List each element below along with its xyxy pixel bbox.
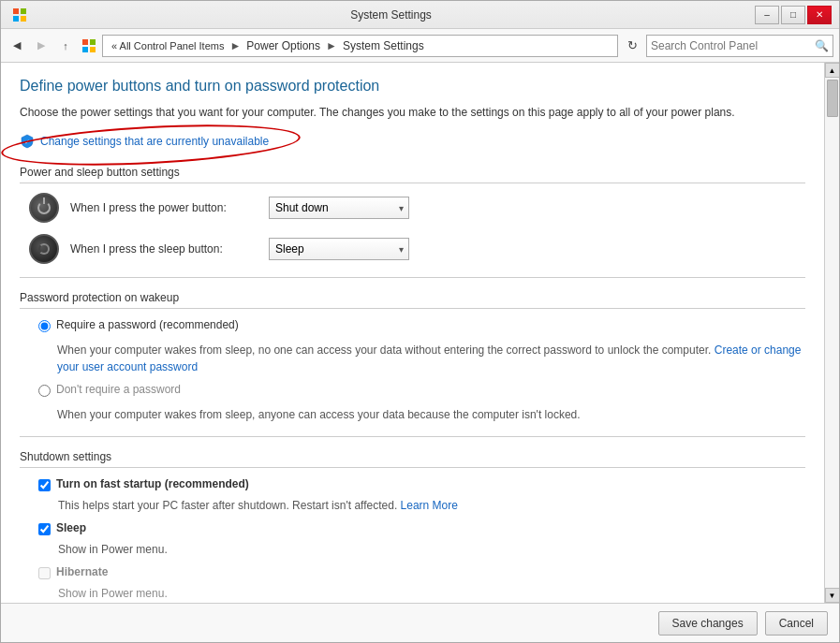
window-controls: – □ ✕ [755, 6, 832, 24]
window-title: System Settings [27, 8, 755, 22]
title-bar: System Settings – □ ✕ [1, 1, 839, 29]
power-button-select-wrapper: Do nothing Sleep Hibernate Shut down Tur… [269, 197, 409, 219]
address-bar: ◀ ▶ ↑ « All Control Panel Items ► Power … [1, 29, 839, 63]
svg-rect-7 [90, 47, 96, 52]
breadcrumb-all-items[interactable]: « All Control Panel Items [109, 38, 227, 53]
fast-startup-item: Turn on fast startup (recommended) [38, 477, 805, 491]
fast-startup-checkbox[interactable] [38, 479, 51, 491]
svg-rect-3 [21, 16, 26, 22]
sleep-checkbox[interactable] [38, 523, 51, 535]
footer: Save changes Cancel [1, 603, 839, 642]
shutdown-section-header: Shutdown settings [20, 450, 805, 468]
window-icon [12, 7, 27, 22]
main-content: Define power buttons and turn on passwor… [1, 63, 824, 603]
require-password-label: Require a password (recommended) [56, 318, 239, 331]
svg-rect-6 [82, 47, 88, 52]
hibernate-item: Hibernate [38, 565, 805, 579]
back-button[interactable]: ◀ [7, 36, 27, 56]
scroll-up-arrow[interactable]: ▲ [825, 63, 840, 78]
power-button-label: When I press the power button: [70, 201, 258, 214]
power-button-icon [29, 193, 59, 223]
no-password-item: Don't require a password [38, 383, 805, 397]
forward-button[interactable]: ▶ [31, 36, 52, 56]
fast-startup-desc: This helps start your PC faster after sh… [58, 497, 805, 514]
control-panel-icon [81, 38, 96, 53]
content-area: Define power buttons and turn on passwor… [1, 63, 839, 603]
no-password-desc: When your computer wakes from sleep, any… [57, 406, 805, 423]
scroll-down-arrow[interactable]: ▼ [825, 588, 840, 603]
power-sleep-section-header: Power and sleep button settings [20, 166, 805, 183]
divider-2 [20, 436, 805, 437]
sleep-label: Sleep [56, 521, 86, 534]
page-description: Choose the power settings that you want … [20, 104, 805, 121]
refresh-button[interactable]: ↻ [622, 36, 642, 56]
divider-1 [20, 277, 805, 278]
breadcrumb-power-options[interactable]: Power Options [243, 37, 323, 54]
fast-startup-label: Turn on fast startup (recommended) [56, 477, 249, 490]
change-settings-label: Change settings that are currently unava… [40, 135, 269, 148]
scroll-track[interactable] [825, 78, 839, 588]
search-icon[interactable]: 🔍 [815, 39, 829, 52]
no-password-label: Don't require a password [56, 383, 181, 396]
svg-rect-4 [82, 39, 88, 45]
svg-rect-1 [21, 8, 26, 14]
sleep-icon-inner [38, 243, 50, 255]
svg-rect-0 [13, 8, 19, 14]
svg-rect-2 [13, 16, 19, 22]
sleep-desc: Show in Power menu. [58, 541, 805, 558]
change-settings-wrapper: ✓ Change settings that are currently una… [20, 134, 269, 149]
minimize-button[interactable]: – [755, 6, 779, 24]
scroll-thumb[interactable] [827, 80, 838, 117]
main-window: System Settings – □ ✕ ◀ ▶ ↑ « All Contro… [0, 0, 840, 643]
sleep-button-label: When I press the sleep button: [70, 242, 258, 256]
change-settings-link[interactable]: ✓ Change settings that are currently una… [20, 134, 269, 149]
save-changes-button[interactable]: Save changes [658, 611, 758, 636]
close-button[interactable]: ✕ [807, 6, 832, 24]
page-title: Define power buttons and turn on passwor… [20, 78, 805, 95]
password-section-header: Password protection on wakeup [20, 291, 805, 309]
sleep-button-select-wrapper: Do nothing Sleep Hibernate Shut down [269, 238, 409, 260]
svg-rect-5 [90, 39, 96, 45]
search-input[interactable] [651, 39, 815, 52]
hibernate-checkbox[interactable] [38, 567, 51, 579]
address-field[interactable]: « All Control Panel Items ► Power Option… [102, 35, 618, 57]
password-radio-group: Require a password (recommended) When yo… [38, 318, 805, 423]
fast-startup-learn-more-link[interactable]: Learn More [401, 499, 458, 512]
shield-icon: ✓ [20, 134, 35, 149]
search-box: 🔍 [646, 35, 833, 57]
hibernate-desc: Show in Power menu. [58, 585, 805, 602]
up-button[interactable]: ↑ [55, 36, 76, 56]
sleep-button-row: When I press the sleep button: Do nothin… [29, 234, 805, 264]
cancel-button[interactable]: Cancel [765, 611, 828, 636]
power-button-select[interactable]: Do nothing Sleep Hibernate Shut down Tur… [269, 197, 409, 219]
require-password-radio[interactable] [38, 320, 51, 332]
power-icon-inner [37, 201, 51, 214]
shutdown-checkbox-group: Turn on fast startup (recommended) This … [38, 477, 805, 603]
scrollbar: ▲ ▼ [824, 63, 839, 603]
breadcrumb-system-settings[interactable]: System Settings [340, 37, 427, 54]
sleep-item: Sleep [38, 521, 805, 535]
svg-text:✓: ✓ [24, 139, 30, 145]
restore-button[interactable]: □ [781, 6, 805, 24]
hibernate-label: Hibernate [56, 565, 108, 578]
sleep-button-select[interactable]: Do nothing Sleep Hibernate Shut down [269, 238, 409, 260]
sleep-button-icon [29, 234, 59, 264]
require-password-desc: When your computer wakes from sleep, no … [57, 342, 805, 375]
require-password-item: Require a password (recommended) [38, 318, 805, 332]
power-button-row: When I press the power button: Do nothin… [29, 193, 805, 223]
no-password-radio[interactable] [38, 385, 51, 397]
